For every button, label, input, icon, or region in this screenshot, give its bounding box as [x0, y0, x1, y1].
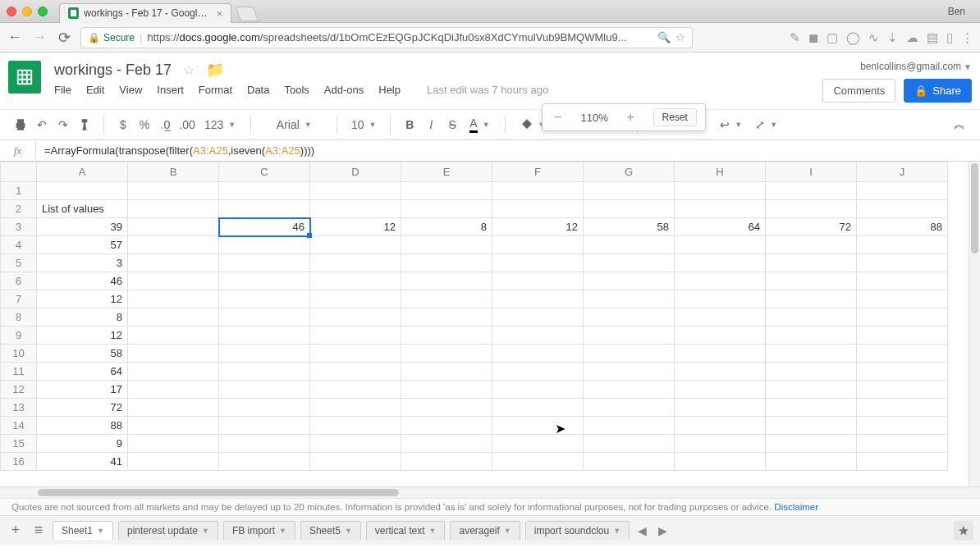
menu-format[interactable]: Format [199, 84, 232, 96]
move-folder-icon[interactable]: 📁 [206, 61, 224, 79]
last-edit-text[interactable]: Last edit was 7 hours ago [427, 84, 548, 96]
wrap-icon[interactable]: ↩▼ [715, 114, 747, 135]
window-controls[interactable] [7, 7, 48, 16]
font-size-dropdown[interactable]: 10▼ [347, 114, 380, 135]
star-icon[interactable]: ☆ [183, 62, 195, 78]
vertical-scrollbar[interactable] [969, 162, 980, 486]
ext-icon[interactable]: ✎ [790, 30, 800, 45]
zoom-indicator-icon[interactable]: 🔍 [657, 31, 671, 43]
ext-icon[interactable]: ▢ [827, 30, 838, 45]
row-header[interactable]: 16 [1, 453, 37, 471]
cell[interactable]: 8 [37, 308, 128, 326]
sheet-tab[interactable]: pinterest update▼ [118, 521, 218, 540]
maximize-window-icon[interactable] [38, 7, 48, 16]
rotate-icon[interactable]: ⤢▼ [750, 114, 782, 135]
col-header[interactable]: I [766, 162, 857, 182]
row-header[interactable]: 9 [1, 326, 37, 345]
address-bar[interactable]: 🔒 Secure | https://docs.google.com/sprea… [80, 27, 693, 48]
ext-icon[interactable]: ☁ [906, 30, 918, 45]
col-header[interactable]: H [675, 162, 766, 182]
ext-icon[interactable]: ▤ [927, 30, 938, 45]
explore-button[interactable] [954, 521, 973, 541]
cell[interactable]: 88 [37, 417, 128, 435]
increase-decimal-icon[interactable]: .00 [178, 114, 196, 135]
browser-profile[interactable]: Ben [940, 4, 973, 19]
ext-icon[interactable]: ◼ [808, 30, 818, 45]
undo-icon[interactable]: ↶ [33, 114, 51, 135]
cell[interactable]: 12 [492, 218, 584, 236]
minimize-window-icon[interactable] [22, 7, 32, 16]
cell[interactable]: 12 [37, 290, 128, 308]
reload-button[interactable]: ⟳ [56, 29, 72, 47]
menu-file[interactable]: File [54, 84, 71, 96]
cell[interactable]: 41 [37, 453, 128, 471]
selected-cell[interactable]: 46 [219, 218, 310, 236]
browser-tab[interactable]: workings - Feb 17 - Google Sh × [59, 3, 231, 23]
spreadsheet-grid[interactable]: A B C D E F G H I J 1 2List of values 3 … [0, 162, 980, 486]
cell[interactable]: 46 [37, 272, 128, 290]
row-header[interactable]: 3 [1, 218, 37, 236]
text-color-icon[interactable]: A▼ [465, 114, 494, 135]
cell[interactable]: 58 [584, 218, 675, 236]
sheet-tab[interactable]: import soundclou▼ [525, 521, 630, 540]
close-tab-icon[interactable]: × [217, 7, 222, 20]
share-button[interactable]: 🔒 Share [904, 79, 972, 103]
col-header[interactable]: E [401, 162, 492, 182]
sheet-tab[interactable]: vertical text▼ [366, 521, 446, 540]
row-header[interactable]: 4 [1, 236, 37, 254]
chrome-menu-icon[interactable]: ⋮ [961, 30, 973, 45]
col-header[interactable]: J [857, 162, 948, 182]
font-family-dropdown[interactable]: Arial▼ [261, 114, 327, 135]
fx-icon[interactable]: fx [0, 140, 36, 161]
account-email[interactable]: benlcollins@gmail.com▼ [860, 61, 972, 72]
close-window-icon[interactable] [7, 7, 16, 16]
cell[interactable]: 8 [401, 218, 492, 236]
cell[interactable]: 58 [37, 345, 128, 363]
ext-icon[interactable]: ◯ [846, 30, 860, 45]
cell[interactable]: List of values [37, 200, 128, 218]
row-header[interactable]: 14 [1, 417, 37, 435]
col-header[interactable]: B [128, 162, 219, 182]
paint-format-icon[interactable] [76, 114, 94, 135]
sheet-tab[interactable]: averageif▼ [450, 521, 520, 540]
sheet-tab[interactable]: Sheet5▼ [300, 521, 361, 540]
col-header[interactable]: C [219, 162, 310, 182]
percent-icon[interactable]: % [135, 114, 153, 135]
row-header[interactable]: 12 [1, 381, 37, 399]
row-header[interactable]: 5 [1, 254, 37, 272]
ext-icon[interactable]: ▯ [946, 30, 953, 45]
disclaimer-link[interactable]: Disclaimer [774, 502, 818, 512]
row-header[interactable]: 13 [1, 399, 37, 417]
comments-button[interactable]: Comments [822, 79, 895, 103]
menu-tools[interactable]: Tools [284, 84, 309, 96]
row-header[interactable]: 6 [1, 272, 37, 290]
zoom-in-button[interactable]: + [623, 110, 638, 125]
zoom-reset-button[interactable]: Reset [653, 108, 697, 126]
sheet-tab[interactable]: FB import▼ [223, 521, 295, 540]
horizontal-scrollbar[interactable] [0, 486, 980, 498]
row-header[interactable]: 15 [1, 435, 37, 453]
document-title[interactable]: workings - Feb 17 [54, 62, 172, 79]
menu-edit[interactable]: Edit [86, 84, 104, 96]
cell[interactable]: 12 [37, 326, 128, 345]
decrease-decimal-icon[interactable]: .0̲ [157, 114, 175, 135]
col-header[interactable]: G [584, 162, 675, 182]
row-header[interactable]: 7 [1, 290, 37, 308]
cell[interactable]: 72 [766, 218, 857, 236]
redo-icon[interactable]: ↷ [54, 114, 72, 135]
number-format-dropdown[interactable]: 123▼ [199, 114, 240, 135]
row-header[interactable]: 10 [1, 345, 37, 363]
print-icon[interactable] [11, 114, 30, 135]
sheet-scroll-right-icon[interactable]: ▶ [658, 524, 667, 537]
all-sheets-button[interactable]: ≡ [30, 522, 48, 539]
zoom-out-button[interactable]: − [551, 110, 566, 125]
bookmark-star-icon[interactable]: ☆ [675, 31, 685, 43]
italic-icon[interactable]: I [422, 114, 440, 135]
sheet-scroll-left-icon[interactable]: ◀ [638, 524, 647, 537]
cell[interactable]: 64 [37, 363, 128, 381]
row-header[interactable]: 2 [1, 200, 37, 218]
menu-view[interactable]: View [119, 84, 142, 96]
sheets-logo-icon[interactable] [8, 61, 41, 94]
add-sheet-button[interactable]: + [7, 522, 25, 539]
ext-icon[interactable]: ∿ [868, 30, 879, 45]
